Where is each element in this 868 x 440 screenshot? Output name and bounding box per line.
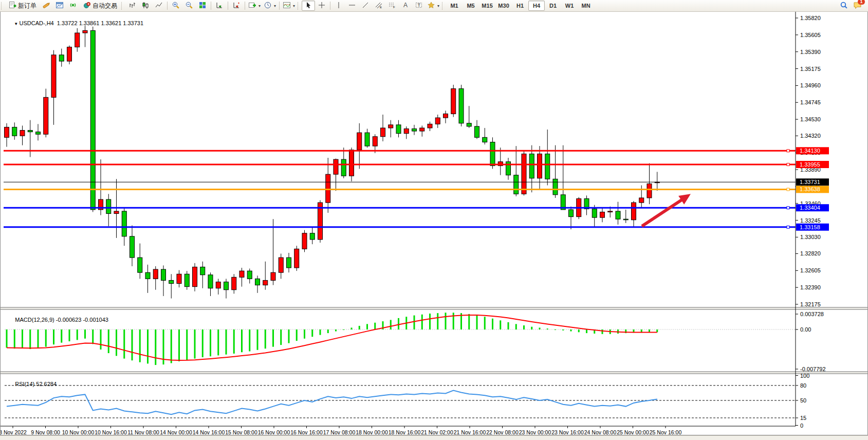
macd-bar <box>22 329 23 348</box>
chart-window-button[interactable] <box>53 1 66 11</box>
chart-dropdown-icon[interactable]: ▼ <box>14 22 19 26</box>
zoom-in-button[interactable] <box>169 1 182 11</box>
price-tick-label: 1.35820 <box>800 15 821 21</box>
candle <box>239 271 244 277</box>
candle <box>459 89 464 123</box>
text-button[interactable]: A <box>399 1 412 11</box>
text-label-button[interactable]: T <box>412 1 426 11</box>
indicator-list-button[interactable]: ▾ <box>281 1 297 11</box>
macd-bar <box>155 329 156 365</box>
pane-separator[interactable] <box>1 372 867 374</box>
candle <box>145 272 150 279</box>
new-order-button[interactable]: 新订单 <box>5 1 40 11</box>
crayon-icon <box>42 1 50 11</box>
candle <box>545 154 550 179</box>
macd-bar <box>500 320 501 329</box>
candle <box>639 198 644 203</box>
macd-bar <box>123 329 125 359</box>
horizontal-line-icon <box>348 1 356 11</box>
candle <box>381 128 385 137</box>
candle <box>59 55 64 61</box>
macd-bar <box>100 329 102 350</box>
svg-text:E: E <box>380 6 382 9</box>
price-tick-label: 1.35175 <box>800 66 821 72</box>
bar-chart-icon <box>128 1 136 11</box>
crosshair-button[interactable] <box>315 1 328 11</box>
trendline-button[interactable] <box>359 1 372 11</box>
rsi-axis-label: 100 <box>800 373 809 379</box>
channel-button[interactable]: E <box>372 1 385 11</box>
macd-bar <box>468 314 470 329</box>
vertical-line-button[interactable] <box>332 1 345 11</box>
periods-button[interactable]: ▾ <box>262 1 278 11</box>
cursor-button[interactable] <box>302 1 315 11</box>
macd-bar <box>414 316 415 329</box>
toolbar-grip[interactable] <box>442 2 445 10</box>
timeframe-d1-button[interactable]: D1 <box>545 1 561 11</box>
chart-canvas[interactable]: 1.358201.356051.353901.351751.349601.347… <box>1 12 867 435</box>
chart-window-icon <box>56 1 64 11</box>
timeframe-m1-button[interactable]: M1 <box>446 1 463 11</box>
time-tick-label: 15 Nov 08:00 <box>225 429 257 435</box>
toolbar-grip[interactable] <box>121 2 124 10</box>
community-button[interactable]: 1 <box>851 1 864 11</box>
timeframe-h1-button[interactable]: H1 <box>512 1 528 11</box>
timeframe-h4-button[interactable]: H4 <box>528 1 545 11</box>
chart-title: ▼ USDCAD-,H4 1.33722 1.33861 1.33621 1.3… <box>5 14 143 32</box>
toolbar-grip[interactable] <box>298 2 300 10</box>
timeframe-group: M1M5M15M30H1H4D1W1MN <box>446 1 594 11</box>
timeframe-w1-button[interactable]: W1 <box>561 1 578 11</box>
time-tick-label: 16 Nov 16:00 <box>290 429 323 435</box>
search-button[interactable] <box>837 1 851 11</box>
line-handle[interactable] <box>787 163 789 166</box>
candle <box>28 131 32 132</box>
tile-windows-button[interactable] <box>196 1 209 11</box>
signal-button[interactable] <box>66 1 80 11</box>
horizontal-line-button[interactable] <box>345 1 359 11</box>
macd-bar <box>304 329 305 339</box>
line-handle[interactable] <box>787 188 789 191</box>
timeframe-m30-button[interactable]: M30 <box>495 1 512 11</box>
line-handle[interactable] <box>787 207 789 209</box>
add-chart-button[interactable]: ▾ <box>247 1 262 11</box>
candle <box>271 272 275 280</box>
candle <box>36 132 41 135</box>
line-handle[interactable] <box>787 226 789 228</box>
profile-next-button[interactable] <box>213 1 226 11</box>
shapes-button[interactable]: ▾ <box>426 1 441 11</box>
time-tick-label: 9 Nov 08:00 <box>31 429 60 435</box>
bar-chart-button[interactable] <box>125 1 139 11</box>
line-chart-button[interactable] <box>152 1 165 11</box>
profile-prev-button[interactable] <box>230 1 243 11</box>
time-tick-label: 8 Nov 2022 <box>1 429 27 435</box>
time-tick-label: 18 Nov 00:00 <box>356 429 388 435</box>
price-tick-label: 1.33245 <box>800 217 821 224</box>
timeframe-m5-button[interactable]: M5 <box>463 1 479 11</box>
candlestick-button[interactable] <box>139 1 152 11</box>
zoom-out-icon <box>185 1 193 11</box>
line-chart-icon <box>155 1 163 11</box>
macd-bar <box>45 329 47 347</box>
autotrading-button[interactable]: 自动交易 <box>80 1 120 11</box>
macd-bar <box>53 329 54 344</box>
toolbar-grip[interactable] <box>1 2 4 10</box>
channel-icon: E <box>375 1 383 11</box>
chevron-down-icon: ▾ <box>258 4 261 8</box>
timeframe-mn-button[interactable]: MN <box>578 1 594 11</box>
pane-separator[interactable] <box>1 307 867 309</box>
macd-axis-label: -0.007792 <box>800 366 826 372</box>
candle <box>287 258 291 268</box>
timeframe-m15-button[interactable]: M15 <box>479 1 495 11</box>
candle <box>161 269 166 280</box>
fibonacci-button[interactable]: F <box>385 1 399 11</box>
crosshair-icon <box>318 1 326 11</box>
price-line-label: 1.34130 <box>800 148 820 154</box>
macd-bar <box>186 329 188 360</box>
line-handle[interactable] <box>787 150 789 152</box>
chart-window: 1.358201.356051.353901.351751.349601.347… <box>0 11 868 435</box>
candle <box>169 280 174 283</box>
zoom-out-button[interactable] <box>182 1 196 11</box>
candle <box>467 123 471 126</box>
macd-bar <box>453 313 454 329</box>
crayon-button[interactable] <box>40 1 53 11</box>
